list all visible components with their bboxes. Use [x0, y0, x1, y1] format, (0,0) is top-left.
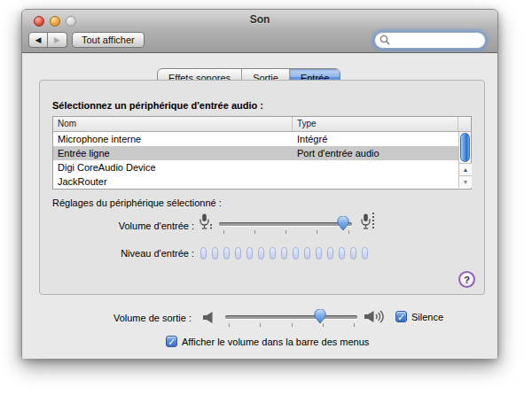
window-title: Son — [22, 13, 497, 26]
table-row[interactable]: Entrée ligne Port d'entrée audio — [53, 146, 471, 160]
column-header-scroll — [458, 117, 471, 131]
input-volume-label: Volume d'entrée : — [40, 221, 194, 231]
input-volume-thumb[interactable] — [336, 216, 349, 231]
level-segment — [293, 247, 299, 259]
cell-nom: JackRouter — [53, 174, 293, 189]
search-icon — [379, 33, 390, 49]
level-segment — [327, 247, 333, 259]
speaker-max-icon — [364, 309, 386, 328]
level-segment — [350, 247, 356, 259]
screen: Son ◀ ▶ Tout afficher — [0, 0, 532, 395]
output-volume-thumb[interactable] — [314, 309, 327, 324]
cell-nom: Entrée ligne — [53, 146, 293, 160]
search-field[interactable] — [374, 32, 486, 49]
cell-type — [293, 174, 458, 189]
forward-button[interactable]: ▶ — [48, 32, 67, 48]
level-segment — [316, 247, 322, 259]
input-device-heading: Sélectionnez un périphérique d'entrée au… — [52, 100, 263, 111]
column-header-nom: Nom — [53, 117, 293, 131]
table-row[interactable]: Digi CoreAudio Device — [53, 160, 471, 174]
nav-buttons: ◀ ▶ — [28, 32, 67, 48]
table-row[interactable]: Microphone interne Intégré — [53, 132, 471, 146]
scrollbar-arrows: ▲ ▼ — [459, 163, 472, 188]
level-segment — [362, 247, 368, 259]
content: Effets sonores Sortie Entrée Sélectionne… — [22, 53, 497, 359]
level-segment — [304, 247, 310, 259]
device-table: Nom Type Microphone interne Intégré Entr… — [52, 116, 472, 190]
show-all-button[interactable]: Tout afficher — [72, 32, 145, 48]
menubar-volume-label[interactable]: Afficher le volume dans la barre des men… — [182, 337, 369, 347]
input-panel: Sélectionnez un périphérique d'entrée au… — [39, 80, 485, 295]
level-segment — [246, 247, 253, 259]
cell-nom: Digi CoreAudio Device — [53, 160, 293, 174]
help-button[interactable]: ? — [458, 271, 475, 288]
cell-type — [293, 160, 458, 174]
toolbar: ◀ ▶ Tout afficher — [22, 29, 497, 53]
level-segment — [212, 247, 218, 259]
input-volume-slider[interactable] — [219, 222, 352, 226]
level-segment — [339, 247, 345, 259]
level-segment — [270, 247, 276, 259]
mic-low-icon — [200, 213, 213, 234]
cell-nom: Microphone interne — [53, 132, 293, 146]
column-header-type: Type — [293, 117, 458, 131]
output-volume-label: Volume de sortie : — [37, 313, 192, 323]
cell-type: Intégré — [293, 132, 458, 146]
menubar-volume-option: ✓ Afficher le volume dans la barre des m… — [166, 336, 369, 347]
arrow-down-icon: ▼ — [463, 179, 469, 185]
output-volume-slider[interactable] — [225, 315, 357, 319]
sound-preferences-window: Son ◀ ▶ Tout afficher — [21, 9, 498, 358]
table-row[interactable]: JackRouter — [53, 174, 471, 189]
title-bar: Son — [22, 10, 497, 29]
cell-type: Port d'entrée audio — [293, 146, 458, 160]
scrollbar[interactable]: ▲ ▼ — [458, 132, 471, 188]
check-icon: ✓ — [397, 312, 405, 322]
check-icon: ✓ — [168, 337, 176, 347]
scroll-up-button[interactable]: ▲ — [459, 163, 472, 175]
mute-option: ✓ Silence — [395, 311, 443, 322]
device-table-header: Nom Type — [53, 117, 471, 132]
level-segment — [258, 247, 264, 259]
scrollbar-thumb[interactable] — [460, 133, 470, 162]
device-settings-heading: Réglages du périphérique sélectionné : — [52, 198, 222, 208]
level-segment — [235, 247, 241, 259]
mic-high-icon — [361, 212, 376, 234]
level-segment — [200, 247, 207, 259]
level-segment — [223, 247, 230, 259]
speaker-min-icon — [203, 311, 215, 327]
question-mark: ? — [464, 275, 470, 285]
level-segment — [281, 247, 287, 259]
input-level-label: Niveau d'entrée : — [40, 248, 194, 259]
menubar-volume-checkbox[interactable]: ✓ — [166, 336, 177, 347]
arrow-up-icon: ▲ — [463, 167, 469, 173]
forward-icon: ▶ — [54, 35, 60, 44]
input-level-meter — [200, 247, 368, 259]
back-icon: ◀ — [35, 35, 42, 44]
search-input[interactable] — [390, 35, 481, 46]
mute-checkbox[interactable]: ✓ — [395, 311, 407, 322]
back-button[interactable]: ◀ — [28, 32, 48, 48]
scroll-down-button[interactable]: ▼ — [459, 175, 472, 188]
device-rows: Microphone interne Intégré Entrée ligne … — [53, 132, 471, 189]
show-all-label: Tout afficher — [82, 35, 135, 45]
mute-label[interactable]: Silence — [411, 312, 443, 322]
